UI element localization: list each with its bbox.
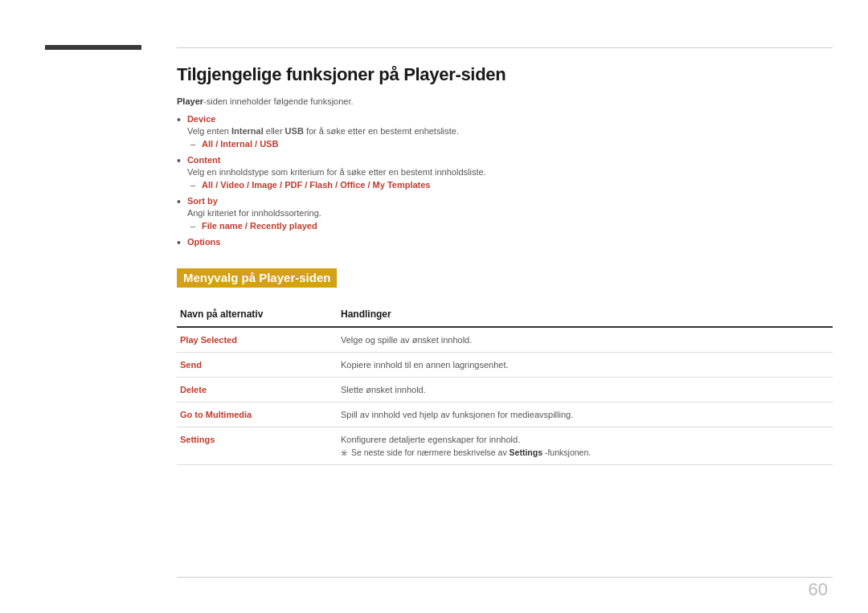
page-container: Tilgjengelige funksjoner på Player-siden… [0,0,868,613]
bullet-content-options: Options [187,237,833,249]
intro-text-after: -siden inneholder følgende funksjoner. [203,96,354,106]
table-row-settings: Settings Konfigurere detaljerte egenskap… [177,427,833,465]
note-end: -funksjonen. [545,447,591,457]
col-header-action: Handlinger [338,302,833,327]
row-action-delete: Slette ønsket innhold. [338,378,833,403]
row-name-play-selected: Play Selected [177,327,338,353]
table-header-row: Navn på alternativ Handlinger [177,302,833,327]
table-row-multimedia: Go to Multimedia Spill av innhold ved hj… [177,403,833,427]
section-highlight-box: Menyvalg på Player-siden [177,268,337,288]
row-action-play-selected: Velge og spille av ønsket innhold. [338,327,833,353]
row-action-multimedia: Spill av innhold ved hjelp av funksjonen… [338,403,833,427]
sub-item-content: – All / Video / Image / PDF / Flash / Of… [187,180,833,190]
col-header-name: Navn på alternativ [177,302,338,327]
intro-paragraph: Player-siden inneholder følgende funksjo… [177,96,833,106]
bullet-dot-device: • [177,114,181,125]
list-item-device: • Device Velg enten Internal eller USB f… [177,114,833,149]
table-row-send: Send Kopiere innhold til en annen lagrin… [177,353,833,378]
bullet-dot-options: • [177,237,181,248]
section-highlight-text: Menyvalg på Player-siden [183,271,330,284]
note-text: Se neste side for nærmere beskrivelse av [351,447,507,457]
bullet-desc-content: Velg en innholdstype som kriterium for å… [187,167,833,177]
bullet-dot-sortby: • [177,196,181,207]
sub-dash-content: – [190,180,195,190]
sub-dash-device: – [190,139,195,149]
intro-highlight: Player [177,96,203,106]
sub-item-sortby: – File name / Recently played [187,221,833,231]
row-name-delete: Delete [177,378,338,403]
bottom-divider-line [177,577,833,578]
sub-link-content: All / Video / Image / PDF / Flash / Offi… [202,180,430,190]
list-item-content: • Content Velg en innholdstype som krite… [177,155,833,190]
row-action-send: Kopiere innhold til en annen lagringsenh… [338,353,833,378]
page-title: Tilgjengelige funksjoner på Player-siden [177,64,833,85]
bullet-desc-sortby: Angi kriteriet for innholdssortering. [187,208,833,218]
sub-dash-sortby: – [190,221,195,231]
table-row-delete: Delete Slette ønsket innhold. [177,378,833,403]
table-row-play-selected: Play Selected Velge og spille av ønsket … [177,327,833,353]
bullet-label-options: Options [187,237,833,247]
bullet-content-device: Device Velg enten Internal eller USB for… [187,114,833,149]
menu-table: Navn på alternativ Handlinger Play Selec… [177,302,833,465]
bullet-desc-device: Velg enten Internal eller USB for å søke… [187,126,833,136]
main-content: Tilgjengelige funksjoner på Player-siden… [177,64,833,565]
sub-link-sortby: File name / Recently played [202,221,317,231]
bullet-content-sortby: Sort by Angi kriteriet for innholdssorte… [187,196,833,231]
sidebar-accent-bar [45,45,141,50]
top-divider-line [177,47,833,48]
list-item-sortby: • Sort by Angi kriteriet for innholdssor… [177,196,833,231]
sub-link-device: All / Internal / USB [202,139,278,149]
note-mark: ※ [341,448,347,457]
bullet-label-sortby: Sort by [187,196,833,206]
sub-item-device: – All / Internal / USB [187,139,833,149]
row-name-settings: Settings [177,427,338,465]
settings-note: ※ Se neste side for nærmere beskrivelse … [341,447,829,457]
row-action-settings: Konfigurere detaljerte egenskaper for in… [338,427,833,465]
bullet-label-content: Content [187,155,833,165]
row-name-multimedia: Go to Multimedia [177,403,338,427]
bullet-label-device: Device [187,114,833,124]
page-number: 60 [809,579,828,600]
settings-action-text: Konfigurere detaljerte egenskaper for in… [341,435,520,444]
note-settings-bold: Settings [510,447,542,457]
bullet-content-content: Content Velg en innholdstype som kriteri… [187,155,833,190]
bullet-dot-content: • [177,155,181,166]
features-list: • Device Velg enten Internal eller USB f… [177,114,833,249]
list-item-options: • Options [177,237,833,249]
row-name-send: Send [177,353,338,378]
